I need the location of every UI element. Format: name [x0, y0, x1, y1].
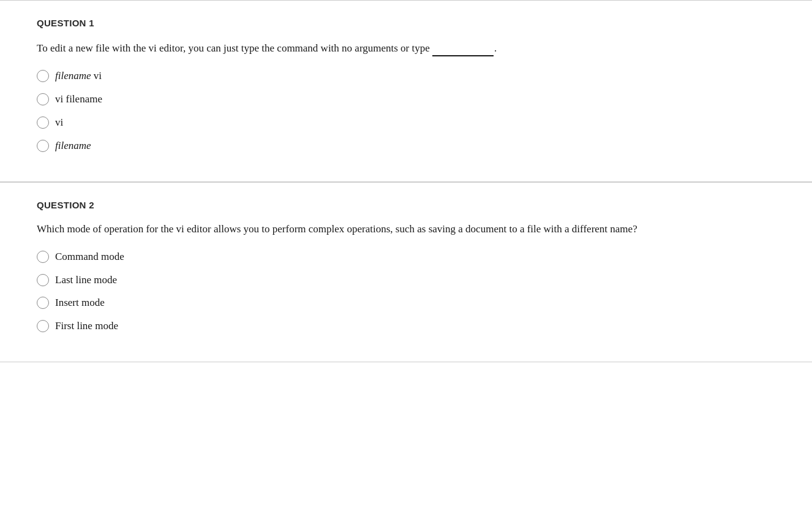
q1-opt3-text: vi: [55, 115, 63, 130]
radio-q2-opt3[interactable]: [37, 297, 49, 309]
radio-q1-opt3[interactable]: [37, 116, 49, 129]
q2-opt3-text: Insert mode: [55, 295, 105, 310]
q2-option-1[interactable]: Command mode: [37, 249, 775, 264]
blank-space: [432, 39, 494, 56]
question-2-block: QUESTION 2 Which mode of operation for t…: [0, 183, 812, 363]
radio-q2-opt2[interactable]: [37, 274, 49, 286]
q2-opt2-text: Last line mode: [55, 273, 117, 287]
question-2-text: Which mode of operation for the vi edito…: [37, 221, 775, 237]
q2-opt4-text: First line mode: [55, 319, 118, 333]
q1-opt1-text: filename vi: [55, 69, 102, 83]
q1-opt2-text: vi filename: [55, 92, 102, 107]
question-1-block: QUESTION 1 To edit a new file with the v…: [0, 1, 812, 182]
question-2-options: Command mode Last line mode Insert mode …: [37, 249, 775, 333]
radio-q2-opt1[interactable]: [37, 251, 49, 263]
q1-option-1[interactable]: filename vi: [37, 69, 775, 83]
question-1-text: To edit a new file with the vi editor, y…: [37, 39, 775, 56]
question-2-label: QUESTION 2: [37, 200, 775, 210]
q1-option-4[interactable]: filename: [37, 139, 775, 153]
q2-opt1-text: Command mode: [55, 249, 124, 264]
radio-q1-opt2[interactable]: [37, 93, 49, 105]
page-container: QUESTION 1 To edit a new file with the v…: [0, 0, 812, 362]
question-1-options: filename vi vi filename vi filename: [37, 69, 775, 153]
radio-q2-opt4[interactable]: [37, 320, 49, 332]
radio-q1-opt4[interactable]: [37, 140, 49, 152]
q2-option-2[interactable]: Last line mode: [37, 273, 775, 287]
q1-opt4-text: filename: [55, 139, 91, 153]
radio-q1-opt1[interactable]: [37, 70, 49, 82]
q1-option-3[interactable]: vi: [37, 115, 775, 130]
q2-option-3[interactable]: Insert mode: [37, 295, 775, 310]
q1-option-2[interactable]: vi filename: [37, 92, 775, 107]
q2-option-4[interactable]: First line mode: [37, 319, 775, 333]
question-1-label: QUESTION 1: [37, 18, 775, 28]
